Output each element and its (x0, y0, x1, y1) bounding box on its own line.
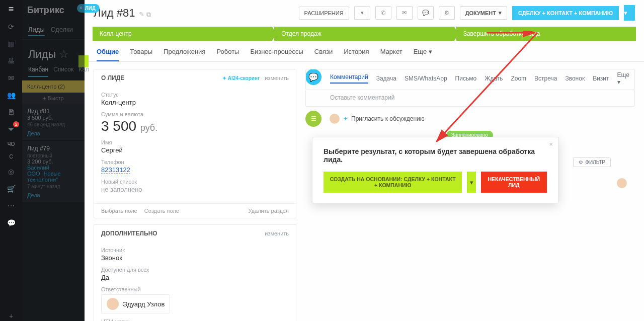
rail-text[interactable]: С (9, 154, 13, 159)
invite-icon: ☰ (305, 111, 321, 127)
edit-link[interactable]: изменить (265, 75, 289, 81)
subtab-list[interactable]: Список (53, 66, 73, 77)
delete-section[interactable]: Удалить раздел (248, 208, 289, 214)
add-icon[interactable]: + (344, 115, 347, 122)
plus-icon[interactable]: + (6, 311, 16, 321)
card-time: 7 минут назад (27, 184, 79, 189)
rail-icon[interactable]: ⋯ (6, 201, 16, 211)
field-label: Имя (101, 139, 289, 145)
tl-tab-comment[interactable]: Комментарий (330, 73, 368, 84)
create-deal-button[interactable]: СДЕЛКУ + КОНТАКТ + КОМПАНИЮ (512, 6, 619, 20)
tab-robots[interactable]: Роботы (216, 48, 239, 61)
stage-header[interactable]: Колл-центр (2) (22, 81, 85, 93)
detail-tabs: Общие Товары Предложения Роботы Бизнес-п… (85, 41, 644, 62)
close-icon[interactable]: × (549, 140, 553, 148)
tl-tab-zoom[interactable]: Zoom (511, 75, 526, 82)
tl-tab-wait[interactable]: Ждать (485, 75, 503, 82)
rail-icon[interactable]: 🖹 (6, 107, 16, 117)
call-icon[interactable]: ✆ (375, 6, 391, 20)
leads-panel: Битрикс ЛИД Лиды Сделки Лиды ☆ Канбан Сп… (22, 0, 85, 321)
card-sub: повторный (27, 153, 79, 158)
tl-tab-sms[interactable]: SMS/WhatsApp (405, 75, 447, 82)
responsible-user[interactable]: Эдуард Узлов (101, 294, 170, 313)
tl-tab-task[interactable]: Задача (376, 75, 396, 82)
tl-tab-more[interactable]: Еще ▾ (617, 71, 629, 86)
tab-history[interactable]: История (344, 48, 369, 61)
field-value: не заполнено (101, 186, 289, 193)
mail-icon[interactable]: ✉ (396, 6, 413, 20)
stage-call-center[interactable]: Колл-центр (93, 27, 272, 41)
rail-icon[interactable]: ✉ (6, 73, 16, 83)
rail-icon[interactable]: 🖶 (6, 56, 16, 66)
phone-link[interactable]: 82313122 (101, 166, 130, 174)
document-button[interactable]: ДОКУМЕНТ ▾ (460, 6, 507, 20)
add-button[interactable] (78, 55, 89, 67)
lead-card[interactable]: Лид #81 3 500 руб. 46 секунд назад Дела (22, 104, 85, 141)
avatar (330, 114, 340, 124)
field-label: Доступен для всех (101, 267, 289, 273)
box-title: О ЛИДЕ (101, 74, 124, 82)
pick-field[interactable]: Выбрать поле (101, 208, 137, 214)
field-label: UTM-метки (101, 318, 289, 321)
ai-scoring[interactable]: AI24-скоринг (222, 75, 260, 81)
card-contact[interactable]: Василий (27, 165, 79, 171)
tab-general[interactable]: Общие (97, 48, 119, 61)
rail-icon[interactable]: ◎ (6, 167, 16, 177)
lead-card[interactable]: Лид #79 повторный 3 200 руб. Василий ООО… (22, 141, 85, 203)
gear-icon[interactable]: ⚙ (439, 6, 455, 20)
modal-title: Выберите результат, с которым будет заве… (324, 147, 547, 164)
card-action[interactable]: Дела (27, 130, 79, 136)
bad-lead-button[interactable]: НЕКАЧЕСТВЕННЫЙ ЛИД (481, 172, 547, 193)
tab-market[interactable]: Маркет (380, 48, 403, 61)
subtab-kanban[interactable]: Канбан (28, 66, 48, 77)
edit-icon[interactable]: ✎ ⧉ (137, 11, 150, 18)
create-deal-dropdown[interactable]: ▾ (624, 5, 635, 21)
rail-text[interactable]: ЧО (8, 141, 15, 147)
filter-icon[interactable]: ⏷ (6, 124, 16, 134)
card-time: 46 секунд назад (27, 122, 79, 127)
brand-logo: Битрикс (22, 2, 85, 19)
tl-tab-call[interactable]: Звонок (565, 75, 585, 82)
rail-icon[interactable]: 💬 (6, 218, 16, 228)
tab-leads[interactable]: Лиды (28, 26, 45, 36)
stage-finish[interactable]: Завершить обработку лида (456, 27, 636, 41)
comment-input[interactable]: Оставьте комментарий (305, 90, 635, 107)
subtab-cal[interactable]: Кал (78, 66, 89, 77)
chat-icon[interactable]: 💬 (418, 6, 434, 20)
rail-icon[interactable]: 👥 (6, 90, 16, 100)
create-based-button[interactable]: СОЗДАТЬ НА ОСНОВАНИИ: СДЕЛКУ + КОНТАКТ +… (324, 172, 462, 193)
stage-sales[interactable]: Отдел продаж (274, 27, 454, 41)
lead-chip[interactable]: ЛИД (77, 4, 100, 13)
card-action[interactable]: Дела (27, 192, 79, 198)
field-label: Источник (101, 247, 289, 253)
ext-dropdown[interactable]: ▾ (354, 6, 370, 20)
tab-bp[interactable]: Бизнес-процессы (250, 48, 303, 61)
tab-offers[interactable]: Предложения (164, 48, 205, 61)
page-title: Лид #81 ✎ ⧉ (94, 7, 294, 20)
box-title: ДОПОЛНИТЕЛЬНО (101, 230, 157, 237)
tab-deals[interactable]: Сделки (51, 26, 73, 36)
tl-tab-mail[interactable]: Письмо (455, 75, 477, 82)
invite-text[interactable]: Пригласить к обсуждению (351, 115, 425, 122)
rail-icon[interactable]: ⟳ (6, 22, 16, 32)
panel-title: Лиды (28, 48, 56, 61)
tab-links[interactable]: Связи (314, 48, 333, 61)
edit-link[interactable]: изменить (265, 230, 289, 236)
tl-tab-meeting[interactable]: Встреча (534, 75, 557, 82)
create-based-dropdown[interactable]: ▾ (467, 172, 475, 193)
star-icon[interactable]: ☆ (59, 48, 69, 61)
rail-icon[interactable]: 🛒 (6, 184, 16, 194)
rail-icon[interactable]: ▦ (6, 39, 16, 49)
tab-more[interactable]: Еще ▾ (414, 48, 432, 61)
extensions-button[interactable]: РАСШИРЕНИЯ (299, 7, 349, 20)
field-value: Звонок (101, 254, 289, 262)
menu-icon[interactable]: ≡ (9, 4, 14, 15)
card-company[interactable]: ООО "Новые технологии" (27, 171, 79, 183)
filter-button[interactable]: ⚙ ФИЛЬТР (573, 157, 611, 167)
create-field[interactable]: Создать поле (144, 208, 179, 214)
icon-rail: ≡ ⟳ ▦ 🖶 ✉ 👥 🖹 ⏷ ЧО С ◎ 🛒 ⋯ 💬 + (0, 0, 22, 321)
tab-products[interactable]: Товары (130, 48, 152, 61)
tl-tab-visit[interactable]: Визит (593, 75, 609, 82)
field-label: Статус (101, 92, 289, 98)
quick-add[interactable]: + Быстр (22, 93, 85, 104)
